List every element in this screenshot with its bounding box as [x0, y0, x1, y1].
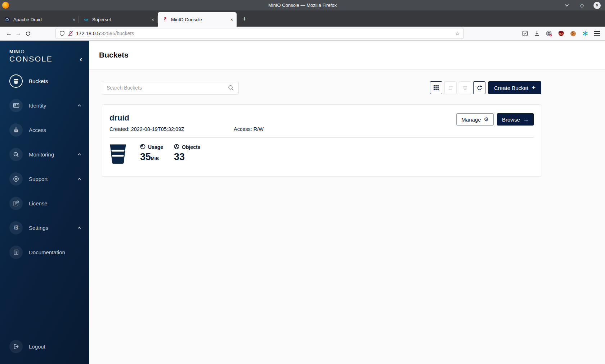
chevron-up-icon[interactable]: [77, 153, 81, 156]
sidebar-item-identity[interactable]: Identity: [0, 93, 89, 118]
sidebar-item-label: Buckets: [29, 78, 48, 84]
bucket-large-icon: [109, 144, 126, 165]
chevron-up-icon[interactable]: [77, 178, 81, 180]
tab-title: MinIO Console: [171, 17, 227, 22]
download-icon[interactable]: [534, 31, 540, 36]
usage-value: 35: [140, 151, 151, 162]
objects-label: Objects: [182, 144, 200, 150]
sidebar-item-label: Documentation: [29, 249, 65, 255]
grid-view-toggle-button[interactable]: [430, 81, 442, 94]
tab-title: Superset: [92, 17, 148, 22]
sidebar-item-label: Support: [29, 176, 48, 182]
usage-stat: Usage 35MiB: [140, 144, 163, 162]
chevron-up-icon[interactable]: [77, 227, 81, 229]
tab-minio-console[interactable]: MinIO Console ×: [158, 12, 237, 27]
minio-console-logo: MINIO CONSOLE: [9, 49, 89, 63]
menu-hamburger-icon[interactable]: [594, 31, 600, 36]
firefox-logo-icon: [2, 2, 9, 9]
refresh-button[interactable]: [473, 81, 485, 94]
tab-title: Apache Druid: [13, 17, 70, 22]
create-bucket-button[interactable]: Create Bucket +: [488, 81, 541, 94]
bucket-icon: [9, 74, 23, 88]
url-bar[interactable]: 172.18.0.5:32595/buckets ☆: [55, 28, 464, 39]
window-minimize-button[interactable]: [563, 2, 570, 9]
sidebar-item-documentation[interactable]: Documentation: [0, 240, 89, 264]
gear-icon: ⚙: [9, 221, 23, 235]
sidebar-item-label: Settings: [29, 225, 48, 231]
close-tab-icon[interactable]: ×: [230, 17, 233, 22]
page-title: Buckets: [99, 51, 129, 59]
window-titlebar: MinIO Console — Mozilla Firefox ◇ ×: [0, 0, 605, 10]
objects-stat: Objects 33: [174, 144, 200, 162]
manage-button[interactable]: Manage ⚙: [456, 113, 494, 126]
bucket-access: Access: R/W: [234, 126, 264, 132]
book-icon: [9, 246, 23, 259]
tab-bar: Apache Druid × ∞ Superset × MinIO Consol…: [0, 10, 605, 27]
sidebar-item-label: Monitoring: [29, 151, 54, 158]
close-tab-icon[interactable]: ×: [151, 17, 154, 22]
search-input[interactable]: [107, 85, 228, 91]
ublock-origin-icon[interactable]: uO: [558, 31, 564, 36]
search-box: [102, 81, 239, 95]
new-tab-button[interactable]: +: [242, 15, 246, 23]
browser-toolbar: ← → 172.18.0.5:32595/buckets ☆ uO: [0, 27, 605, 41]
usage-unit: MiB: [151, 156, 159, 161]
usage-pie-icon: [140, 144, 145, 150]
lifebuoy-icon: [9, 172, 23, 186]
sidebar-item-license[interactable]: License: [0, 191, 89, 215]
sidebar-menu: Buckets Identity Access Monitoring: [0, 69, 89, 264]
usage-label: Usage: [148, 144, 163, 150]
bucket-card-druid[interactable]: druid Created: 2022-08-19T05:32:09Z Acce…: [102, 104, 541, 177]
extension-asterisk-icon[interactable]: [582, 31, 588, 36]
chevron-up-icon[interactable]: [77, 104, 81, 107]
card-divider: [109, 137, 534, 138]
url-path: :32595/buckets: [100, 31, 134, 36]
sidebar-item-label: License: [29, 200, 48, 206]
sidebar-item-label: Access: [29, 127, 46, 133]
license-document-icon: [9, 197, 23, 210]
browse-button[interactable]: Browse →: [497, 113, 534, 126]
sidebar-item-monitoring[interactable]: Monitoring: [0, 142, 89, 167]
reload-button[interactable]: [23, 29, 32, 38]
insecure-lock-icon[interactable]: [68, 31, 73, 36]
sidebar-item-logout[interactable]: Logout: [0, 334, 89, 359]
gear-icon: ⚙: [484, 116, 489, 123]
main-content: Buckets: [89, 41, 605, 364]
logout-icon: [9, 340, 23, 353]
sidebar-item-access[interactable]: Access: [0, 118, 89, 142]
url-host: 172.18.0.5: [76, 31, 100, 36]
back-button[interactable]: ←: [4, 29, 14, 38]
delete-buckets-button[interactable]: [459, 81, 471, 94]
sidebar-item-support[interactable]: Support: [0, 167, 89, 191]
bookmark-star-icon[interactable]: ☆: [455, 30, 460, 37]
window-title: MinIO Console — Mozilla Firefox: [0, 3, 605, 8]
sidebar-collapse-button[interactable]: ‹: [80, 55, 82, 63]
objects-value: 33: [174, 151, 185, 162]
minio-favicon-icon: [162, 17, 168, 22]
save-to-pocket-icon[interactable]: [522, 31, 528, 36]
tab-apache-druid[interactable]: Apache Druid ×: [0, 12, 79, 27]
window-close-button[interactable]: ×: [593, 2, 601, 9]
account-icon[interactable]: [546, 31, 552, 37]
identity-card-icon: [9, 99, 23, 112]
sidebar-item-settings[interactable]: ⚙ Settings: [0, 215, 89, 240]
buckets-toolbar: Create Bucket +: [102, 81, 541, 95]
sidebar-item-buckets[interactable]: Buckets: [0, 69, 89, 93]
cookie-icon[interactable]: [570, 31, 576, 37]
sidebar: MINIO CONSOLE ‹ Buckets Identity: [0, 41, 89, 364]
tab-superset[interactable]: ∞ Superset ×: [79, 12, 158, 27]
multi-select-sync-button[interactable]: [444, 81, 457, 94]
bucket-name: druid: [109, 113, 264, 123]
arrow-right-icon: →: [523, 117, 529, 123]
magnifier-icon: [9, 148, 23, 161]
forward-button[interactable]: →: [14, 29, 23, 38]
ublock-label: uO: [559, 32, 563, 35]
lock-icon: [9, 123, 23, 137]
window-maximize-button[interactable]: ◇: [578, 2, 586, 9]
objects-icon: [174, 144, 179, 150]
tracking-shield-icon[interactable]: [59, 31, 65, 36]
superset-favicon-icon: ∞: [83, 17, 89, 22]
sidebar-item-label: Logout: [29, 343, 45, 350]
close-tab-icon[interactable]: ×: [72, 17, 75, 22]
sidebar-item-label: Identity: [29, 103, 46, 109]
